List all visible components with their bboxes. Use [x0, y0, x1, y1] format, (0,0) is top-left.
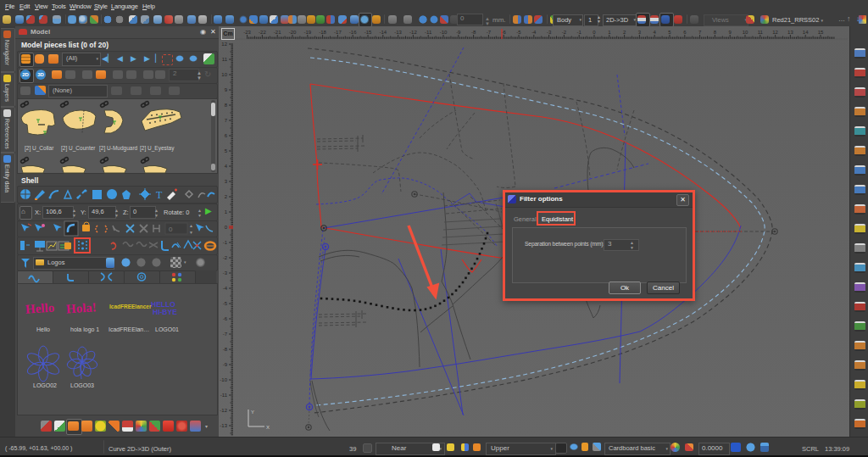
svg-text:LOGO02: LOGO02 [33, 382, 57, 388]
svg-text:0: 0 [169, 226, 173, 233]
svg-text:Y: Y [251, 410, 254, 415]
svg-text:[2] U_Collar: [2] U_Collar [25, 145, 54, 152]
svg-text:[2] U_Counter: [2] U_Counter [61, 145, 96, 152]
svg-text:LOGO03: LOGO03 [70, 382, 94, 388]
svg-text:HI-BYE: HI-BYE [153, 308, 177, 316]
svg-text:Hello: Hello [36, 326, 50, 332]
svg-text:T: T [156, 189, 163, 201]
svg-text:Hola!: Hola! [65, 300, 97, 315]
svg-text:LOGO01: LOGO01 [155, 326, 179, 332]
svg-text:IcadFREElan…: IcadFREElan… [108, 326, 149, 332]
svg-text:▲: ▲ [189, 223, 193, 228]
svg-text:hola logo 1: hola logo 1 [70, 326, 99, 333]
svg-text:▼: ▼ [189, 230, 193, 235]
svg-text:Hello: Hello [25, 300, 54, 315]
svg-text:X: X [266, 425, 270, 430]
svg-text:[2] U-Mudguard: [2] U-Mudguard [99, 145, 138, 152]
svg-text:IcadFREElancer: IcadFREElancer [109, 304, 152, 309]
svg-text:[2] U_Eyestay: [2] U_Eyestay [140, 145, 175, 152]
